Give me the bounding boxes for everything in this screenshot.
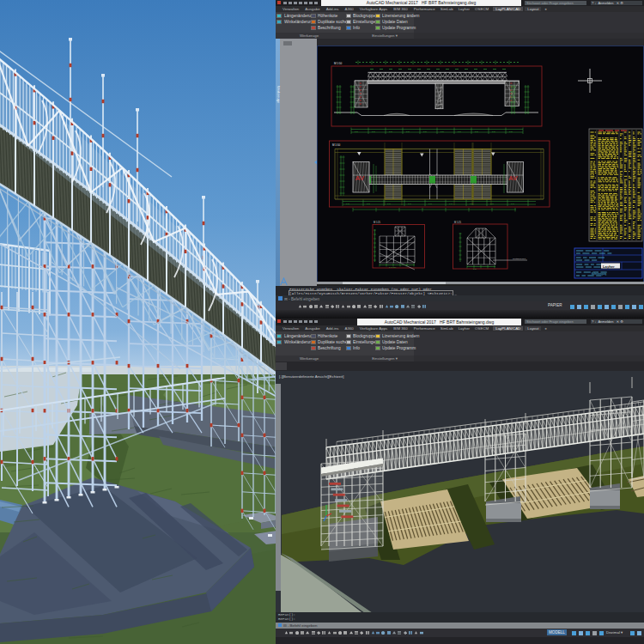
- svg-text:AV: AV: [355, 174, 365, 182]
- svg-text:AV: AV: [508, 174, 518, 182]
- svg-text:Bahnsteingang: Bahnsteingang: [592, 272, 607, 276]
- svg-text:Montagefreiheit: Montagefreiheit: [513, 258, 526, 259]
- svg-text:M 1:25: M 1:25: [374, 221, 380, 224]
- svg-text:M 1:25: M 1:25: [454, 221, 461, 224]
- svg-text:M 1:50: M 1:50: [334, 62, 343, 65]
- svg-text:M 1:50: M 1:50: [332, 143, 341, 147]
- svg-text:Layher: Layher: [603, 264, 615, 269]
